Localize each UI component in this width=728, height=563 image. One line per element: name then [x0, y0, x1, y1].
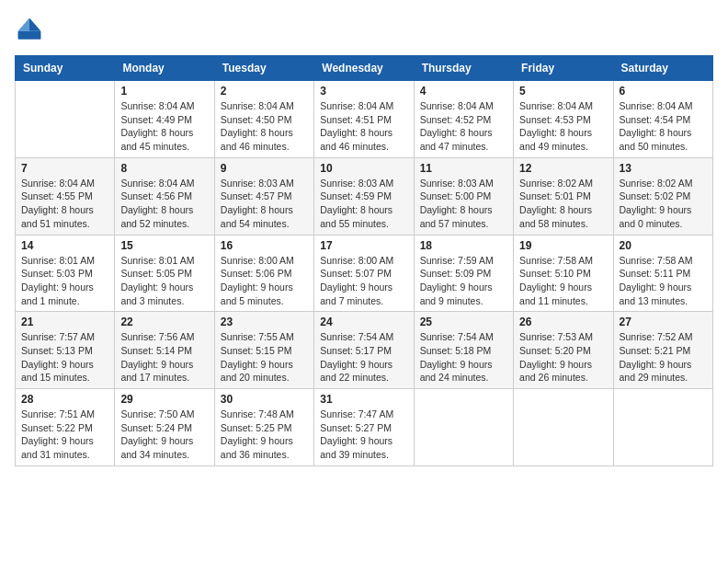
day-number: 27 [620, 316, 707, 328]
calendar-cell: 1Sunrise: 8:04 AM Sunset: 4:49 PM Daylig… [115, 81, 214, 158]
calendar-cell: 15Sunrise: 8:01 AM Sunset: 5:05 PM Dayli… [115, 235, 214, 312]
column-header-wednesday: Wednesday [314, 56, 414, 81]
day-number: 31 [320, 393, 407, 406]
calendar-cell: 19Sunrise: 7:58 AM Sunset: 5:10 PM Dayli… [514, 235, 613, 312]
day-number: 2 [221, 85, 308, 98]
day-number: 10 [320, 162, 407, 175]
day-info: Sunrise: 7:53 AM Sunset: 5:20 PM Dayligh… [519, 330, 607, 385]
day-number: 20 [620, 239, 707, 252]
column-header-saturday: Saturday [613, 56, 712, 81]
calendar-cell: 11Sunrise: 8:03 AM Sunset: 5:00 PM Dayli… [414, 157, 513, 235]
day-number: 16 [221, 239, 308, 252]
calendar-cell: 30Sunrise: 7:48 AM Sunset: 5:25 PM Dayli… [214, 389, 313, 466]
calendar-week-row: 1Sunrise: 8:04 AM Sunset: 4:49 PM Daylig… [16, 81, 713, 158]
day-info: Sunrise: 7:58 AM Sunset: 5:10 PM Dayligh… [519, 254, 607, 308]
calendar-cell: 24Sunrise: 7:54 AM Sunset: 5:17 PM Dayli… [314, 312, 414, 389]
day-number: 9 [221, 162, 308, 175]
day-number: 25 [420, 316, 507, 328]
day-info: Sunrise: 7:54 AM Sunset: 5:18 PM Dayligh… [420, 330, 507, 385]
day-info: Sunrise: 7:51 AM Sunset: 5:22 PM Dayligh… [21, 408, 108, 462]
page-header [15, 15, 713, 44]
day-info: Sunrise: 8:03 AM Sunset: 4:59 PM Dayligh… [320, 177, 407, 231]
day-number: 26 [519, 316, 607, 328]
calendar-cell: 9Sunrise: 8:03 AM Sunset: 4:57 PM Daylig… [214, 157, 313, 235]
calendar-cell: 22Sunrise: 7:56 AM Sunset: 5:14 PM Dayli… [115, 312, 214, 389]
day-number: 15 [120, 239, 208, 252]
day-number: 5 [519, 85, 607, 98]
column-header-monday: Monday [115, 56, 214, 81]
column-header-friday: Friday [514, 56, 613, 81]
calendar-cell: 4Sunrise: 8:04 AM Sunset: 4:52 PM Daylig… [414, 81, 513, 158]
calendar-cell [16, 81, 115, 158]
day-info: Sunrise: 8:00 AM Sunset: 5:07 PM Dayligh… [320, 254, 407, 308]
calendar-cell: 14Sunrise: 8:01 AM Sunset: 5:03 PM Dayli… [16, 235, 115, 312]
day-info: Sunrise: 7:54 AM Sunset: 5:17 PM Dayligh… [320, 330, 407, 385]
day-number: 28 [21, 393, 108, 406]
calendar-cell: 16Sunrise: 8:00 AM Sunset: 5:06 PM Dayli… [214, 235, 313, 312]
calendar-cell: 28Sunrise: 7:51 AM Sunset: 5:22 PM Dayli… [16, 389, 115, 466]
day-info: Sunrise: 8:01 AM Sunset: 5:03 PM Dayligh… [21, 254, 108, 308]
calendar-cell: 17Sunrise: 8:00 AM Sunset: 5:07 PM Dayli… [314, 235, 414, 312]
calendar-cell: 13Sunrise: 8:02 AM Sunset: 5:02 PM Dayli… [613, 157, 712, 235]
day-info: Sunrise: 7:50 AM Sunset: 5:24 PM Dayligh… [120, 408, 208, 462]
svg-marker-1 [18, 18, 29, 31]
day-info: Sunrise: 7:59 AM Sunset: 5:09 PM Dayligh… [420, 254, 507, 308]
day-number: 30 [221, 393, 308, 406]
calendar-cell: 3Sunrise: 8:04 AM Sunset: 4:51 PM Daylig… [314, 81, 414, 158]
calendar-cell: 21Sunrise: 7:57 AM Sunset: 5:13 PM Dayli… [16, 312, 115, 389]
day-info: Sunrise: 7:47 AM Sunset: 5:27 PM Dayligh… [320, 408, 407, 462]
calendar-cell: 26Sunrise: 7:53 AM Sunset: 5:20 PM Dayli… [514, 312, 613, 389]
calendar-cell: 25Sunrise: 7:54 AM Sunset: 5:18 PM Dayli… [414, 312, 513, 389]
calendar-cell: 31Sunrise: 7:47 AM Sunset: 5:27 PM Dayli… [314, 389, 414, 466]
day-number: 29 [120, 393, 208, 406]
calendar-cell [414, 389, 513, 466]
day-number: 19 [519, 239, 607, 252]
day-info: Sunrise: 8:00 AM Sunset: 5:06 PM Dayligh… [221, 254, 308, 308]
day-info: Sunrise: 8:03 AM Sunset: 4:57 PM Dayligh… [221, 177, 308, 231]
calendar-week-row: 21Sunrise: 7:57 AM Sunset: 5:13 PM Dayli… [16, 312, 713, 389]
calendar-cell: 23Sunrise: 7:55 AM Sunset: 5:15 PM Dayli… [214, 312, 313, 389]
day-number: 17 [320, 239, 407, 252]
calendar-table: SundayMondayTuesdayWednesdayThursdayFrid… [15, 55, 713, 466]
day-number: 4 [420, 85, 507, 98]
day-number: 1 [120, 85, 208, 98]
day-info: Sunrise: 8:04 AM Sunset: 4:52 PM Dayligh… [420, 99, 507, 154]
day-info: Sunrise: 7:56 AM Sunset: 5:14 PM Dayligh… [120, 330, 208, 385]
column-header-tuesday: Tuesday [214, 56, 313, 81]
day-number: 21 [21, 316, 108, 328]
day-number: 24 [320, 316, 407, 328]
calendar-cell: 10Sunrise: 8:03 AM Sunset: 4:59 PM Dayli… [314, 157, 414, 235]
day-number: 3 [320, 85, 407, 98]
day-number: 8 [120, 162, 208, 175]
day-info: Sunrise: 8:03 AM Sunset: 5:00 PM Dayligh… [420, 177, 507, 231]
calendar-cell [514, 389, 613, 466]
day-info: Sunrise: 8:02 AM Sunset: 5:02 PM Dayligh… [620, 177, 707, 231]
day-info: Sunrise: 7:52 AM Sunset: 5:21 PM Dayligh… [620, 330, 707, 385]
calendar-cell [613, 389, 712, 466]
calendar-week-row: 14Sunrise: 8:01 AM Sunset: 5:03 PM Dayli… [16, 235, 713, 312]
day-info: Sunrise: 8:04 AM Sunset: 4:51 PM Dayligh… [320, 99, 407, 154]
calendar-cell: 2Sunrise: 8:04 AM Sunset: 4:50 PM Daylig… [214, 81, 313, 158]
day-info: Sunrise: 8:04 AM Sunset: 4:54 PM Dayligh… [620, 99, 707, 154]
calendar-cell: 8Sunrise: 8:04 AM Sunset: 4:56 PM Daylig… [115, 157, 214, 235]
svg-rect-2 [18, 31, 41, 40]
day-number: 7 [21, 162, 108, 175]
calendar-cell: 6Sunrise: 8:04 AM Sunset: 4:54 PM Daylig… [613, 81, 712, 158]
calendar-cell: 18Sunrise: 7:59 AM Sunset: 5:09 PM Dayli… [414, 235, 513, 312]
calendar-cell: 27Sunrise: 7:52 AM Sunset: 5:21 PM Dayli… [613, 312, 712, 389]
calendar-cell: 29Sunrise: 7:50 AM Sunset: 5:24 PM Dayli… [115, 389, 214, 466]
logo-icon [15, 15, 44, 44]
calendar-cell: 12Sunrise: 8:02 AM Sunset: 5:01 PM Dayli… [514, 157, 613, 235]
day-info: Sunrise: 8:04 AM Sunset: 4:55 PM Dayligh… [21, 177, 108, 231]
day-number: 11 [420, 162, 507, 175]
day-info: Sunrise: 7:48 AM Sunset: 5:25 PM Dayligh… [221, 408, 308, 462]
day-info: Sunrise: 8:04 AM Sunset: 4:53 PM Dayligh… [519, 99, 607, 154]
calendar-cell: 7Sunrise: 8:04 AM Sunset: 4:55 PM Daylig… [16, 157, 115, 235]
day-number: 14 [21, 239, 108, 252]
calendar-week-row: 28Sunrise: 7:51 AM Sunset: 5:22 PM Dayli… [16, 389, 713, 466]
day-number: 6 [620, 85, 707, 98]
day-number: 13 [620, 162, 707, 175]
day-number: 18 [420, 239, 507, 252]
day-info: Sunrise: 8:04 AM Sunset: 4:50 PM Dayligh… [221, 99, 308, 154]
day-info: Sunrise: 8:04 AM Sunset: 4:49 PM Dayligh… [120, 99, 208, 154]
